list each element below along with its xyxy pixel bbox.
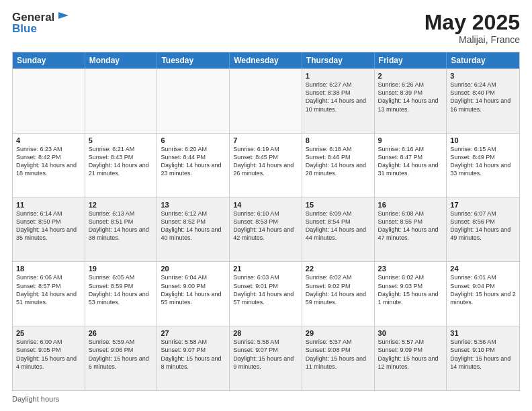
day-number: 12 (89, 201, 154, 209)
calendar-day-cell (157, 69, 230, 133)
calendar-day-cell: 27Sunrise: 5:58 AM Sunset: 9:07 PM Dayli… (157, 326, 230, 390)
day-number: 21 (233, 265, 298, 273)
calendar-day-cell: 26Sunrise: 5:59 AM Sunset: 9:06 PM Dayli… (85, 326, 158, 390)
day-info: Sunrise: 5:58 AM Sunset: 9:07 PM Dayligh… (161, 338, 226, 371)
day-info: Sunrise: 6:04 AM Sunset: 9:00 PM Dayligh… (161, 273, 226, 306)
day-info: Sunrise: 5:58 AM Sunset: 9:07 PM Dayligh… (233, 338, 298, 371)
day-number: 22 (306, 265, 371, 273)
day-number: 11 (16, 201, 81, 209)
day-number: 27 (161, 329, 226, 337)
svg-marker-0 (58, 12, 69, 19)
day-info: Sunrise: 6:15 AM Sunset: 8:49 PM Dayligh… (450, 145, 516, 178)
day-number: 30 (378, 329, 443, 337)
calendar-day-cell: 5Sunrise: 6:21 AM Sunset: 8:43 PM Daylig… (85, 134, 158, 197)
day-number: 15 (306, 201, 371, 209)
calendar-day-cell (13, 69, 85, 133)
title-location: Malijai, France (425, 34, 520, 45)
day-number: 1 (306, 72, 371, 80)
day-number: 5 (89, 136, 154, 144)
day-info: Sunrise: 6:12 AM Sunset: 8:52 PM Dayligh… (161, 210, 226, 242)
day-number: 4 (16, 136, 81, 144)
day-info: Sunrise: 6:02 AM Sunset: 9:03 PM Dayligh… (378, 273, 443, 306)
calendar-week-row: 25Sunrise: 6:00 AM Sunset: 9:05 PM Dayli… (13, 326, 519, 390)
calendar-day-cell: 17Sunrise: 6:07 AM Sunset: 8:56 PM Dayli… (447, 198, 519, 262)
day-info: Sunrise: 6:10 AM Sunset: 8:53 PM Dayligh… (233, 210, 298, 242)
calendar-day-cell: 12Sunrise: 6:13 AM Sunset: 8:51 PM Dayli… (85, 198, 158, 262)
calendar-day-cell: 14Sunrise: 6:10 AM Sunset: 8:53 PM Dayli… (230, 198, 302, 262)
calendar-day-cell: 15Sunrise: 6:09 AM Sunset: 8:54 PM Dayli… (302, 198, 375, 262)
day-info: Sunrise: 5:57 AM Sunset: 9:09 PM Dayligh… (378, 338, 443, 371)
day-number: 26 (89, 329, 154, 337)
cal-header-cell: Saturday (447, 52, 519, 68)
calendar-week-row: 18Sunrise: 6:06 AM Sunset: 8:57 PM Dayli… (13, 261, 519, 326)
day-info: Sunrise: 6:08 AM Sunset: 8:55 PM Dayligh… (378, 210, 443, 242)
day-info: Sunrise: 6:21 AM Sunset: 8:43 PM Dayligh… (89, 145, 154, 178)
logo: General Blue (12, 11, 70, 35)
cal-header-cell: Monday (85, 52, 158, 68)
calendar-day-cell: 11Sunrise: 6:14 AM Sunset: 8:50 PM Dayli… (13, 198, 85, 262)
calendar-day-cell: 23Sunrise: 6:02 AM Sunset: 9:03 PM Dayli… (375, 262, 447, 326)
day-info: Sunrise: 6:02 AM Sunset: 9:02 PM Dayligh… (306, 273, 371, 306)
day-info: Sunrise: 6:27 AM Sunset: 8:38 PM Dayligh… (306, 81, 371, 113)
calendar-day-cell: 25Sunrise: 6:00 AM Sunset: 9:05 PM Dayli… (13, 326, 85, 390)
day-info: Sunrise: 6:06 AM Sunset: 8:57 PM Dayligh… (16, 273, 81, 306)
calendar-day-cell: 16Sunrise: 6:08 AM Sunset: 8:55 PM Dayli… (375, 198, 447, 262)
cal-header-cell: Tuesday (157, 52, 230, 68)
day-info: Sunrise: 6:00 AM Sunset: 9:05 PM Dayligh… (16, 338, 81, 371)
day-number: 23 (378, 265, 443, 273)
day-number: 13 (161, 201, 226, 209)
calendar-day-cell: 13Sunrise: 6:12 AM Sunset: 8:52 PM Dayli… (157, 198, 230, 262)
cal-header-cell: Thursday (302, 52, 375, 68)
day-info: Sunrise: 5:59 AM Sunset: 9:06 PM Dayligh… (89, 338, 154, 371)
day-info: Sunrise: 5:57 AM Sunset: 9:08 PM Dayligh… (306, 338, 371, 371)
calendar-day-cell: 22Sunrise: 6:02 AM Sunset: 9:02 PM Dayli… (302, 262, 375, 326)
daylight-hours-label: Daylight hours (12, 395, 59, 403)
calendar-week-row: 4Sunrise: 6:23 AM Sunset: 8:42 PM Daylig… (13, 133, 519, 197)
day-number: 9 (378, 136, 443, 144)
title-block: May 2025 Malijai, France (425, 11, 520, 45)
calendar-day-cell: 30Sunrise: 5:57 AM Sunset: 9:09 PM Dayli… (375, 326, 447, 390)
calendar-week-row: 1Sunrise: 6:27 AM Sunset: 8:38 PM Daylig… (13, 68, 519, 133)
calendar-header-row: SundayMondayTuesdayWednesdayThursdayFrid… (13, 52, 519, 68)
day-info: Sunrise: 6:24 AM Sunset: 8:40 PM Dayligh… (450, 81, 516, 113)
cal-header-cell: Wednesday (230, 52, 302, 68)
calendar-day-cell: 28Sunrise: 5:58 AM Sunset: 9:07 PM Dayli… (230, 326, 302, 390)
calendar-week-row: 11Sunrise: 6:14 AM Sunset: 8:50 PM Dayli… (13, 197, 519, 262)
calendar-day-cell: 2Sunrise: 6:26 AM Sunset: 8:39 PM Daylig… (375, 69, 447, 133)
day-info: Sunrise: 6:09 AM Sunset: 8:54 PM Dayligh… (306, 210, 371, 242)
day-info: Sunrise: 6:18 AM Sunset: 8:46 PM Dayligh… (306, 145, 371, 178)
day-info: Sunrise: 5:56 AM Sunset: 9:10 PM Dayligh… (450, 338, 516, 371)
calendar-day-cell: 3Sunrise: 6:24 AM Sunset: 8:40 PM Daylig… (447, 69, 519, 133)
calendar-day-cell (85, 69, 158, 133)
day-number: 18 (16, 265, 81, 273)
day-number: 28 (233, 329, 298, 337)
day-info: Sunrise: 6:26 AM Sunset: 8:39 PM Dayligh… (378, 81, 443, 113)
day-number: 29 (306, 329, 371, 337)
day-number: 17 (450, 201, 516, 209)
calendar-day-cell: 24Sunrise: 6:01 AM Sunset: 9:04 PM Dayli… (447, 262, 519, 326)
day-number: 31 (450, 329, 516, 337)
day-info: Sunrise: 6:13 AM Sunset: 8:51 PM Dayligh… (89, 210, 154, 242)
calendar-day-cell: 1Sunrise: 6:27 AM Sunset: 8:38 PM Daylig… (302, 69, 375, 133)
calendar-day-cell: 19Sunrise: 6:05 AM Sunset: 8:59 PM Dayli… (85, 262, 158, 326)
calendar: SundayMondayTuesdayWednesdayThursdayFrid… (12, 52, 520, 391)
day-info: Sunrise: 6:03 AM Sunset: 9:01 PM Dayligh… (233, 273, 298, 306)
day-info: Sunrise: 6:05 AM Sunset: 8:59 PM Dayligh… (89, 273, 154, 306)
calendar-day-cell: 29Sunrise: 5:57 AM Sunset: 9:08 PM Dayli… (302, 326, 375, 390)
calendar-day-cell: 21Sunrise: 6:03 AM Sunset: 9:01 PM Dayli… (230, 262, 302, 326)
calendar-day-cell: 31Sunrise: 5:56 AM Sunset: 9:10 PM Dayli… (447, 326, 519, 390)
header: General Blue May 2025 Malijai, France (12, 11, 520, 45)
calendar-day-cell (230, 69, 302, 133)
calendar-day-cell: 7Sunrise: 6:19 AM Sunset: 8:45 PM Daylig… (230, 134, 302, 197)
day-number: 7 (233, 136, 298, 144)
day-number: 19 (89, 265, 154, 273)
calendar-day-cell: 8Sunrise: 6:18 AM Sunset: 8:46 PM Daylig… (302, 134, 375, 197)
page: General Blue May 2025 Malijai, France Su… (0, 0, 532, 411)
calendar-body: 1Sunrise: 6:27 AM Sunset: 8:38 PM Daylig… (13, 68, 519, 390)
day-number: 20 (161, 265, 226, 273)
day-number: 8 (306, 136, 371, 144)
day-info: Sunrise: 6:23 AM Sunset: 8:42 PM Dayligh… (16, 145, 81, 178)
day-info: Sunrise: 6:14 AM Sunset: 8:50 PM Dayligh… (16, 210, 81, 242)
day-info: Sunrise: 6:20 AM Sunset: 8:44 PM Dayligh… (161, 145, 226, 178)
calendar-day-cell: 10Sunrise: 6:15 AM Sunset: 8:49 PM Dayli… (447, 134, 519, 197)
